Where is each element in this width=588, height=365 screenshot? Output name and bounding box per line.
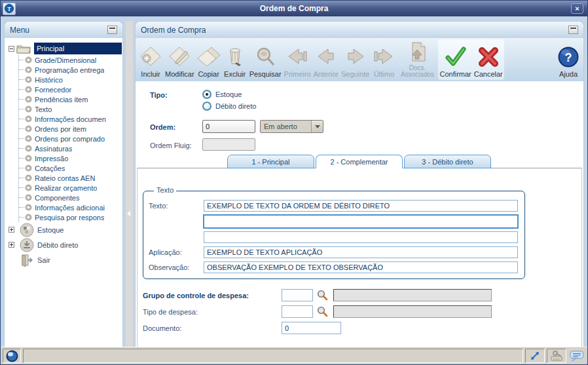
window-title: Ordem de Compra — [1, 4, 587, 13]
radio-unselected-icon[interactable] — [202, 102, 211, 111]
panel-splitter[interactable] — [126, 21, 133, 347]
ajuda-button[interactable]: ? Ajuda — [555, 39, 581, 80]
seguinte-button[interactable]: Seguinte — [340, 39, 371, 80]
copiar-button[interactable]: Copiar — [196, 39, 222, 80]
radio-option-estoque[interactable]: Estoque — [202, 90, 256, 99]
menu-item-fornecedor[interactable]: Fornecedor — [19, 85, 122, 94]
documento-input[interactable] — [282, 322, 341, 334]
tree-node-debito-direto[interactable]: Débito direto — [7, 237, 122, 252]
tipo-radio-group: Estoque Débito direto — [202, 90, 256, 113]
arrow-circle-icon — [25, 214, 32, 221]
tipo-despesa-input[interactable] — [282, 305, 313, 318]
menu-item-ordens-por-item[interactable]: Ordens por item — [19, 124, 122, 134]
tree-node-sair[interactable]: Sair — [7, 252, 122, 267]
menu-item-pesquisa-por-responsavel[interactable]: Pesquisa por respons — [19, 212, 122, 222]
texto-groupbox-legend: Texto — [154, 186, 176, 194]
keyboard-wrench-icon — [550, 350, 563, 362]
arrow-circle-icon — [25, 86, 32, 93]
collapse-minus-icon[interactable] — [9, 46, 14, 52]
menu-panel: Menu Principal Grade/Dimensional Program… — [4, 21, 123, 347]
menu-item-impressao[interactable]: Impressão — [19, 153, 122, 163]
tipo-despesa-lookup-icon[interactable] — [317, 306, 328, 317]
menu-item-rateio-contas-aen[interactable]: Rateio contas AEN — [19, 173, 122, 183]
messages-cell[interactable] — [568, 351, 585, 362]
tree-node-label[interactable]: Principal — [34, 43, 122, 54]
ajuda-question-icon: ? — [557, 44, 580, 70]
modificar-button[interactable]: Modificar — [164, 39, 196, 80]
app-window: T Ordem de Compra × Menu Principal — [0, 0, 588, 365]
status-orb-cell — [3, 349, 21, 363]
excluir-button[interactable]: Excluir — [222, 39, 248, 80]
docs-associados-button[interactable]: Docs. Associados — [397, 39, 437, 80]
content-area: Menu Principal Grade/Dimensional Program… — [1, 16, 587, 347]
ultimo-button[interactable]: Último — [371, 39, 397, 80]
tab-complementar[interactable]: 2 - Complementar — [316, 155, 403, 168]
ordem-fluig-row: Ordem Fluig: — [150, 138, 583, 151]
grupo-despesa-input[interactable] — [282, 289, 313, 301]
menu-item-informacoes-adicionais[interactable]: Informações adicionai — [19, 202, 122, 212]
menu-panel-header: Menu — [5, 22, 122, 38]
cancelar-button[interactable]: Cancelar — [473, 39, 504, 80]
menu-item-informacoes-documento[interactable]: Informações documen — [19, 114, 122, 124]
tab-principal[interactable]: 1 - Principal — [227, 155, 314, 168]
texto-input-2[interactable] — [204, 215, 518, 228]
menu-item-componentes[interactable]: Componentes — [19, 193, 122, 202]
arrow-circle-icon — [25, 174, 32, 182]
menu-item-realizar-orcamento[interactable]: Realizar orçamento — [19, 183, 122, 193]
seguinte-icon — [344, 44, 367, 70]
menu-item-cotacoes[interactable]: Cotações — [19, 163, 122, 173]
texto-input-3[interactable] — [204, 231, 518, 243]
aplicacao-row: Aplicação: — [149, 246, 518, 258]
expand-plus-icon[interactable] — [9, 242, 14, 248]
menu-item-assinaturas[interactable]: Assinaturas — [19, 144, 122, 153]
status-bar — [1, 347, 587, 364]
status-dropdown[interactable]: Em aberto — [260, 120, 323, 133]
pesquisar-button[interactable]: Pesquisar — [248, 39, 283, 80]
arrow-circle-icon — [25, 76, 32, 83]
menu-item-texto[interactable]: Texto — [19, 104, 122, 114]
grupo-despesa-label: Grupo de controle de despesa: — [143, 292, 282, 299]
tree-node-estoque[interactable]: Estoque — [7, 222, 122, 237]
expand-plus-icon[interactable] — [9, 227, 14, 233]
anterior-button[interactable]: Anterior — [312, 39, 340, 80]
menu-item-pendencias-item[interactable]: Pendências item — [19, 94, 122, 104]
radio-option-debito-direto[interactable]: Débito direto — [202, 102, 256, 111]
texto-input-1[interactable] — [204, 200, 518, 212]
expense-section: Grupo de controle de despesa: Tipo de de… — [143, 289, 581, 334]
confirm-button-group: Confirmar Cancelar — [438, 39, 504, 80]
grupo-despesa-lookup-icon[interactable] — [317, 290, 328, 301]
incluir-icon — [139, 44, 162, 70]
incluir-button[interactable]: Incluir — [138, 39, 164, 80]
resize-cell[interactable] — [525, 349, 545, 363]
observacao-input[interactable] — [204, 261, 518, 273]
tree-children: Grade/Dimensional Programação entrega Hi… — [18, 55, 122, 222]
ordem-fluig-input — [202, 138, 255, 151]
aplicacao-input[interactable] — [204, 246, 518, 258]
ordem-input[interactable] — [202, 120, 255, 133]
dropdown-arrow-icon[interactable] — [311, 121, 323, 132]
splitter-collapse-arrow-icon[interactable] — [127, 211, 130, 216]
confirmar-button[interactable]: Confirmar — [438, 39, 472, 80]
texto-label: Texto: — [149, 202, 204, 210]
close-button[interactable]: × — [571, 3, 583, 14]
primeiro-button[interactable]: Primeiro — [283, 39, 312, 80]
menu-tree: Principal Grade/Dimensional Programação … — [5, 38, 122, 347]
menu-collapse-button[interactable] — [107, 26, 117, 34]
menu-item-grade-dimensional[interactable]: Grade/Dimensional — [19, 55, 122, 65]
tipo-despesa-label: Tipo de despesa: — [143, 308, 282, 316]
tree-node-principal[interactable]: Principal — [7, 42, 122, 55]
texto-row-3 — [149, 231, 518, 243]
keyboard-settings-cell[interactable] — [547, 349, 566, 363]
menu-item-ordens-por-comprador[interactable]: Ordens por comprado — [19, 134, 122, 144]
tab-debito-direto[interactable]: 3 - Débito direto — [404, 155, 491, 168]
radio-selected-icon[interactable] — [202, 90, 211, 99]
aplicacao-label: Aplicação: — [149, 248, 204, 256]
order-panel-header: Ordem de Compra — [136, 22, 583, 38]
texto-groupbox: Texto Texto: Aplicação: — [143, 191, 525, 279]
menu-item-programacao-entrega[interactable]: Programação entrega — [19, 65, 122, 75]
order-collapse-button[interactable] — [568, 26, 578, 34]
confirmar-check-icon — [444, 44, 468, 70]
tab-strip: 1 - Principal 2 - Complementar 3 - Débit… — [227, 155, 583, 168]
modificar-icon — [168, 44, 191, 70]
menu-item-historico[interactable]: Histórico — [19, 75, 122, 85]
